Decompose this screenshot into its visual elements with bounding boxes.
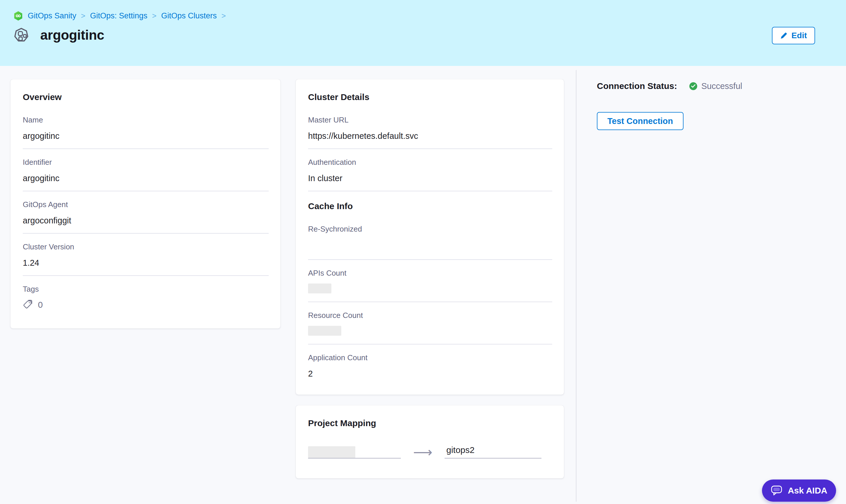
content-vertical-divider — [576, 70, 576, 502]
field-value: https://kubernetes.default.svc — [308, 130, 552, 142]
field-authentication: Authentication In cluster — [308, 158, 552, 191]
success-check-icon — [689, 82, 697, 90]
field-value: argogitinc — [23, 173, 269, 184]
field-divider — [308, 259, 552, 260]
field-tags: Tags 0 — [23, 285, 269, 310]
field-resynchronized: Re-Sychronized — [308, 224, 552, 260]
breadcrumb-link-clusters[interactable]: GitOps Clusters — [161, 11, 217, 20]
field-label: APIs Count — [308, 269, 552, 278]
tags-row: 0 — [23, 300, 269, 310]
breadcrumb-separator: > — [81, 11, 86, 20]
field-label: GitOps Agent — [23, 200, 269, 209]
field-value: 1.24 — [23, 257, 269, 268]
field-resource-count: Resource Count — [308, 311, 552, 344]
field-value: argoconfiggit — [23, 215, 269, 226]
field-value: In cluster — [308, 173, 552, 184]
test-connection-button[interactable]: Test Connection — [597, 112, 684, 130]
field-divider — [23, 233, 269, 234]
field-label: Name — [23, 115, 269, 125]
field-label: Cluster Version — [23, 242, 269, 251]
field-master-url: Master URL https://kubernetes.default.sv… — [308, 115, 552, 149]
field-cluster-version: Cluster Version 1.24 — [23, 242, 269, 276]
cluster-details-heading: Cluster Details — [308, 92, 552, 102]
field-divider — [308, 191, 552, 191]
field-value — [308, 284, 552, 294]
field-label: Re-Sychronized — [308, 224, 552, 234]
arrow-right-icon: ⟶ — [413, 446, 432, 458]
breadcrumb: GitOps Sanity > GitOps: Settings > GitOp… — [14, 0, 846, 21]
field-name: Name argogitinc — [23, 115, 269, 149]
cache-info-heading: Cache Info — [308, 201, 552, 211]
edit-button[interactable]: Edit — [772, 27, 815, 44]
connection-panel: Connection Status: Successful Test Conne… — [597, 81, 830, 130]
mapping-source-field[interactable] — [308, 445, 401, 458]
field-label: Application Count — [308, 353, 552, 362]
field-apis-count: APIs Count — [308, 269, 552, 302]
field-value: argogitinc — [23, 130, 269, 142]
tags-icon — [23, 300, 34, 310]
field-value-empty — [308, 239, 552, 252]
field-divider — [23, 275, 269, 276]
pencil-icon — [780, 32, 788, 39]
page-header: GitOps Sanity > GitOps: Settings > GitOp… — [0, 0, 846, 66]
field-label: Resource Count — [308, 311, 552, 320]
breadcrumb-separator: > — [152, 11, 156, 20]
apis-count-placeholder — [308, 284, 331, 293]
field-application-count: Application Count 2 — [308, 353, 552, 379]
field-label: Master URL — [308, 115, 552, 125]
gitops-logo-icon — [14, 11, 23, 21]
field-divider — [308, 344, 552, 344]
field-divider — [23, 148, 269, 149]
project-mapping-card: Project Mapping ⟶ gitops2 — [296, 406, 564, 478]
ask-aida-label: Ask AIDA — [788, 486, 827, 496]
field-label: Tags — [23, 285, 269, 294]
cluster-details-card: Cluster Details Master URL https://kuber… — [296, 79, 564, 395]
field-value — [308, 326, 552, 337]
ask-aida-button[interactable]: Ask AIDA — [762, 480, 836, 502]
page-title: argogitinc — [40, 27, 104, 43]
connection-status-value: Successful — [701, 82, 742, 91]
tags-count: 0 — [38, 300, 43, 310]
mapping-source-placeholder — [308, 446, 355, 458]
edit-button-label: Edit — [791, 31, 807, 40]
project-mapping-heading: Project Mapping — [308, 418, 552, 428]
overview-heading: Overview — [23, 92, 269, 102]
field-divider — [308, 302, 552, 302]
field-identifier: Identifier argogitinc — [23, 158, 269, 191]
title-row: argogitinc — [14, 27, 846, 43]
connection-status-row: Connection Status: Successful — [597, 81, 830, 91]
breadcrumb-link-project[interactable]: GitOps Sanity — [28, 11, 76, 20]
field-divider — [23, 191, 269, 191]
connection-status-label: Connection Status: — [597, 81, 677, 91]
overview-card: Overview Name argogitinc Identifier argo… — [11, 79, 280, 328]
field-divider — [308, 148, 552, 149]
gitops-cluster-detail-page: GitOps Sanity > GitOps: Settings > GitOp… — [0, 0, 846, 504]
field-value: 2 — [308, 368, 552, 379]
mapping-target-field[interactable]: gitops2 — [445, 445, 541, 458]
breadcrumb-link-settings[interactable]: GitOps: Settings — [90, 11, 148, 20]
field-label: Authentication — [308, 158, 552, 167]
field-gitops-agent: GitOps Agent argoconfiggit — [23, 200, 269, 234]
project-mapping-row: ⟶ gitops2 — [308, 445, 552, 458]
field-label: Identifier — [23, 158, 269, 167]
breadcrumb-separator: > — [221, 11, 226, 20]
resource-count-placeholder — [308, 326, 341, 336]
cluster-icon — [14, 27, 29, 43]
chat-bubble-icon — [771, 485, 783, 497]
